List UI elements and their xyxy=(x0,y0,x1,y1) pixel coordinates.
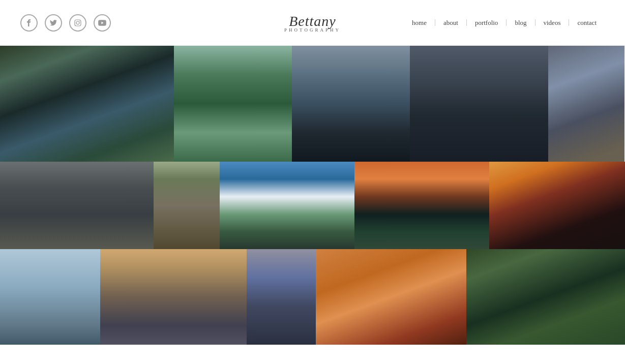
facebook-icon[interactable] xyxy=(20,14,38,32)
photo-cone-mountain[interactable] xyxy=(154,162,220,249)
photo-london-bridge[interactable] xyxy=(100,249,247,345)
svg-point-2 xyxy=(79,20,80,21)
photo-waterfall-green[interactable] xyxy=(174,46,292,162)
logo: Bettany PHOTOGRAPHY xyxy=(284,13,341,33)
social-icons xyxy=(20,14,111,32)
nav-videos[interactable]: videos xyxy=(535,19,570,26)
photo-horseshoe-bend[interactable] xyxy=(316,249,466,345)
svg-rect-0 xyxy=(75,20,81,26)
gallery-row-1 xyxy=(0,46,625,162)
svg-point-1 xyxy=(76,21,79,24)
nav-portfolio[interactable]: portfolio xyxy=(467,19,507,26)
logo-subtitle: PHOTOGRAPHY xyxy=(284,27,341,33)
youtube-icon[interactable] xyxy=(94,14,111,32)
photo-cliff-sea[interactable] xyxy=(0,46,174,162)
photo-sunset-rocks[interactable] xyxy=(354,162,489,249)
photo-banyan-tree[interactable] xyxy=(466,249,625,345)
photo-sunset-runner[interactable] xyxy=(489,162,625,249)
photo-flat-water[interactable] xyxy=(0,249,100,345)
photo-pier[interactable] xyxy=(247,249,316,345)
nav-about[interactable]: about xyxy=(435,19,467,26)
nav-contact[interactable]: contact xyxy=(569,19,605,26)
nav-blog[interactable]: blog xyxy=(507,19,535,26)
photo-glacier-lake[interactable] xyxy=(292,46,410,162)
photo-plane-wreck[interactable] xyxy=(410,46,548,162)
photo-road-mountains[interactable] xyxy=(0,162,154,249)
instagram-icon[interactable] xyxy=(69,14,86,32)
header: Bettany PHOTOGRAPHY home about portfolio… xyxy=(0,0,625,46)
gallery-row-2 xyxy=(0,162,625,249)
twitter-icon[interactable] xyxy=(45,14,62,32)
main-nav: home about portfolio blog videos contact xyxy=(404,19,605,26)
gallery-row-3 xyxy=(0,249,625,345)
photo-church-path[interactable] xyxy=(548,46,624,162)
nav-home[interactable]: home xyxy=(404,19,435,26)
photo-snowy-valley[interactable] xyxy=(220,162,354,249)
